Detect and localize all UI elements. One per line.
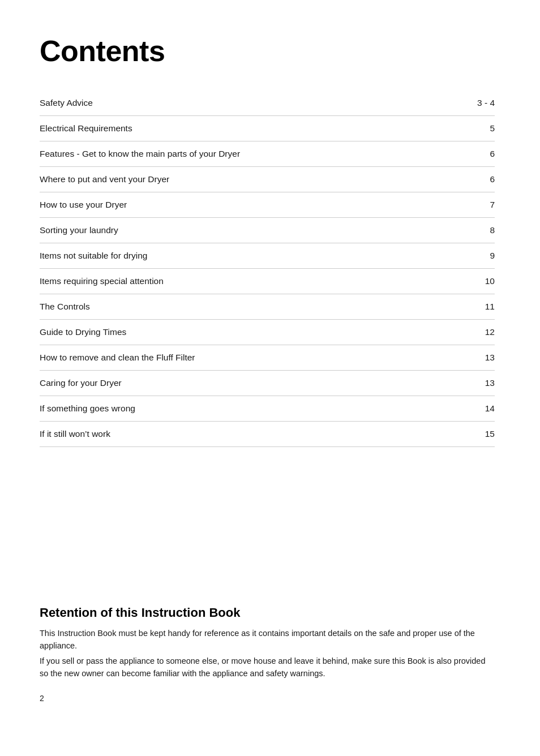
toc-item-page: 13 <box>441 345 495 370</box>
toc-row: If it still won’t work15 <box>40 422 495 446</box>
toc-row: Items not suitable for drying9 <box>40 243 495 268</box>
toc-row: Caring for your Dryer13 <box>40 371 495 396</box>
toc-item-page: 6 <box>441 141 495 166</box>
toc-item-page: 14 <box>441 396 495 421</box>
toc-row: The Controls11 <box>40 294 495 319</box>
toc-item-label: Items requiring special attention <box>40 269 441 294</box>
toc-item-page: 12 <box>441 320 495 345</box>
toc-item-label: If something goes wrong <box>40 396 441 421</box>
toc-item-label: Guide to Drying Times <box>40 320 441 345</box>
toc-item-label: Sorting your laundry <box>40 218 441 243</box>
toc-item-page: 13 <box>441 371 495 396</box>
retention-paragraph-1: This Instruction Book must be kept handy… <box>40 627 495 652</box>
toc-table: Safety Advice3 - 4Electrical Requirement… <box>40 91 495 447</box>
toc-item-label: Electrical Requirements <box>40 116 441 141</box>
page-title: Contents <box>40 34 495 68</box>
toc-row: Items requiring special attention10 <box>40 269 495 294</box>
toc-row: Guide to Drying Times12 <box>40 320 495 345</box>
toc-item-label: Items not suitable for drying <box>40 243 441 268</box>
toc-item-page: 11 <box>441 294 495 319</box>
toc-item-label: Features - Get to know the main parts of… <box>40 141 441 166</box>
toc-item-label: How to use your Dryer <box>40 192 441 217</box>
toc-item-label: Safety Advice <box>40 91 441 115</box>
toc-row: Safety Advice3 - 4 <box>40 91 495 115</box>
toc-item-page: 3 - 4 <box>441 91 495 115</box>
toc-item-label: The Controls <box>40 294 441 319</box>
retention-section: Retention of this Instruction Book This … <box>40 605 495 680</box>
toc-item-page: 8 <box>441 218 495 243</box>
toc-item-page: 9 <box>441 243 495 268</box>
retention-body: This Instruction Book must be kept handy… <box>40 627 495 680</box>
toc-row: Where to put and vent your Dryer6 <box>40 167 495 192</box>
toc-row: Features - Get to know the main parts of… <box>40 141 495 166</box>
toc-item-page: 10 <box>441 269 495 294</box>
toc-item-page: 7 <box>441 192 495 217</box>
toc-item-label: If it still won’t work <box>40 422 441 446</box>
toc-item-label: How to remove and clean the Fluff Filter <box>40 345 441 370</box>
toc-row: How to use your Dryer7 <box>40 192 495 217</box>
toc-row: How to remove and clean the Fluff Filter… <box>40 345 495 370</box>
retention-paragraph-2: If you sell or pass the appliance to som… <box>40 655 495 680</box>
retention-title: Retention of this Instruction Book <box>40 605 495 620</box>
toc-row: Sorting your laundry8 <box>40 218 495 243</box>
toc-row: If something goes wrong14 <box>40 396 495 421</box>
toc-row: Electrical Requirements5 <box>40 116 495 141</box>
toc-item-page: 5 <box>441 116 495 141</box>
toc-item-page: 6 <box>441 167 495 192</box>
page-number: 2 <box>40 694 495 703</box>
toc-item-page: 15 <box>441 422 495 446</box>
toc-item-label: Where to put and vent your Dryer <box>40 167 441 192</box>
toc-divider-row <box>40 446 495 447</box>
toc-item-label: Caring for your Dryer <box>40 371 441 396</box>
